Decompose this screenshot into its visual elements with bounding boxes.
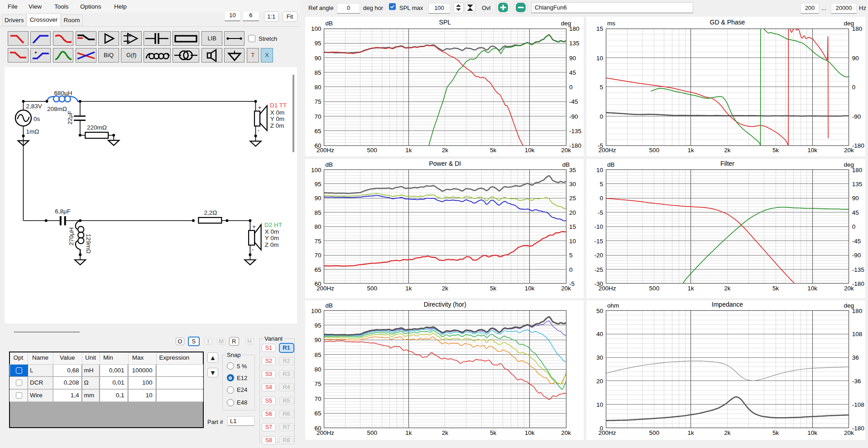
svg-text:65: 65 <box>314 410 321 417</box>
svg-text:129mΩ: 129mΩ <box>85 234 92 254</box>
svg-text:10: 10 <box>596 55 603 62</box>
svg-text:1k: 1k <box>405 429 412 436</box>
svg-text:10: 10 <box>596 166 603 173</box>
svg-text:45: 45 <box>852 209 858 216</box>
svg-text:-180: -180 <box>569 142 581 149</box>
svg-text:Power & DI: Power & DI <box>429 159 461 167</box>
svg-text:10k: 10k <box>524 285 534 292</box>
svg-text:Filter: Filter <box>720 159 734 167</box>
svg-text:10k: 10k <box>524 147 534 154</box>
svg-text:200Hz: 200Hz <box>598 147 616 154</box>
svg-text:-36: -36 <box>852 377 861 384</box>
svg-text:70: 70 <box>314 395 321 402</box>
svg-text:10k: 10k <box>807 147 817 154</box>
svg-text:500: 500 <box>649 429 659 436</box>
svg-text:135: 135 <box>852 180 862 187</box>
svg-text:25: 25 <box>569 195 576 202</box>
svg-text:10: 10 <box>596 401 603 408</box>
svg-text:1k: 1k <box>687 429 694 436</box>
svg-text:Y 0m: Y 0m <box>270 116 284 122</box>
svg-text:10k: 10k <box>807 429 817 436</box>
svg-text:-180: -180 <box>852 280 864 287</box>
svg-text:20k: 20k <box>844 147 854 154</box>
svg-text:90: 90 <box>852 55 858 62</box>
svg-text:500: 500 <box>649 147 659 154</box>
svg-text:D1 TT: D1 TT <box>270 102 287 109</box>
svg-text:+: + <box>258 104 261 111</box>
svg-text:2k: 2k <box>441 429 448 436</box>
svg-text:85: 85 <box>314 351 321 358</box>
svg-text:135: 135 <box>569 40 580 47</box>
svg-text:2,2Ω: 2,2Ω <box>204 209 217 216</box>
svg-text:Y 0m: Y 0m <box>264 235 278 241</box>
svg-text:20: 20 <box>596 377 603 384</box>
svg-text:-135: -135 <box>852 266 864 273</box>
svg-text:1k: 1k <box>687 147 694 154</box>
svg-text:2k: 2k <box>724 285 731 292</box>
svg-text:270µH: 270µH <box>67 227 74 246</box>
svg-text:5: 5 <box>569 252 573 259</box>
svg-text:dB: dB <box>325 161 333 168</box>
svg-text:X 0m: X 0m <box>270 109 284 116</box>
svg-text:-90: -90 <box>852 113 861 120</box>
svg-text:0: 0 <box>569 266 573 273</box>
svg-text:5k: 5k <box>772 147 779 154</box>
svg-text:D2 HT: D2 HT <box>264 222 282 228</box>
svg-text:45: 45 <box>569 69 576 76</box>
svg-text:1k: 1k <box>687 285 694 292</box>
svg-text:-: - <box>257 127 259 134</box>
svg-text:5k: 5k <box>772 429 779 436</box>
svg-text:-: - <box>251 246 254 253</box>
svg-text:5: 5 <box>599 84 603 91</box>
svg-text:90: 90 <box>569 55 576 62</box>
svg-text:-108: -108 <box>852 401 864 408</box>
svg-text:Directivity (hor): Directivity (hor) <box>423 300 466 308</box>
svg-text:1mΩ: 1mΩ <box>26 128 39 135</box>
svg-text:0: 0 <box>852 84 855 91</box>
svg-text:180: 180 <box>852 166 862 173</box>
svg-text:180: 180 <box>852 25 862 32</box>
svg-text:2k: 2k <box>724 429 731 436</box>
svg-text:-135: -135 <box>569 128 581 135</box>
svg-text:80: 80 <box>314 366 321 373</box>
svg-text:50: 50 <box>596 307 603 314</box>
svg-text:20k: 20k <box>844 429 854 436</box>
svg-text:SPL: SPL <box>439 19 451 26</box>
svg-text:500: 500 <box>649 285 659 292</box>
svg-text:65: 65 <box>314 128 321 135</box>
svg-text:20k: 20k <box>844 285 854 292</box>
svg-text:75: 75 <box>314 237 321 244</box>
svg-text:30: 30 <box>596 354 603 361</box>
svg-text:100: 100 <box>311 166 321 173</box>
svg-text:15: 15 <box>569 223 576 230</box>
svg-text:70: 70 <box>314 113 321 120</box>
svg-text:2,83V: 2,83V <box>26 103 42 110</box>
svg-text:80: 80 <box>314 84 321 91</box>
svg-text:dB: dB <box>607 161 615 168</box>
svg-text:95: 95 <box>314 40 321 47</box>
svg-text:6,8µF: 6,8µF <box>55 208 71 215</box>
svg-text:2k: 2k <box>441 285 448 292</box>
svg-text:-10: -10 <box>594 223 603 230</box>
svg-text:0: 0 <box>569 84 573 91</box>
svg-text:208mΩ: 208mΩ <box>47 106 67 112</box>
svg-text:10k: 10k <box>524 429 534 436</box>
svg-text:2k: 2k <box>724 147 731 154</box>
svg-text:200Hz: 200Hz <box>598 429 616 436</box>
svg-text:-25: -25 <box>594 266 603 273</box>
svg-text:dB: dB <box>325 20 333 27</box>
svg-text:200Hz: 200Hz <box>598 285 616 292</box>
svg-text:0: 0 <box>599 195 603 202</box>
svg-text:100: 100 <box>311 25 321 32</box>
svg-text:200Hz: 200Hz <box>316 429 334 436</box>
svg-text:Z 0m: Z 0m <box>264 241 278 248</box>
svg-text:10k: 10k <box>807 285 817 292</box>
svg-text:20k: 20k <box>561 429 571 436</box>
svg-text:40: 40 <box>596 331 603 337</box>
svg-text:70: 70 <box>314 252 321 259</box>
svg-text:5k: 5k <box>490 429 497 436</box>
svg-text:dB: dB <box>325 302 333 308</box>
svg-text:36: 36 <box>852 354 858 361</box>
svg-text:90: 90 <box>852 195 858 202</box>
svg-text:-45: -45 <box>852 237 861 244</box>
